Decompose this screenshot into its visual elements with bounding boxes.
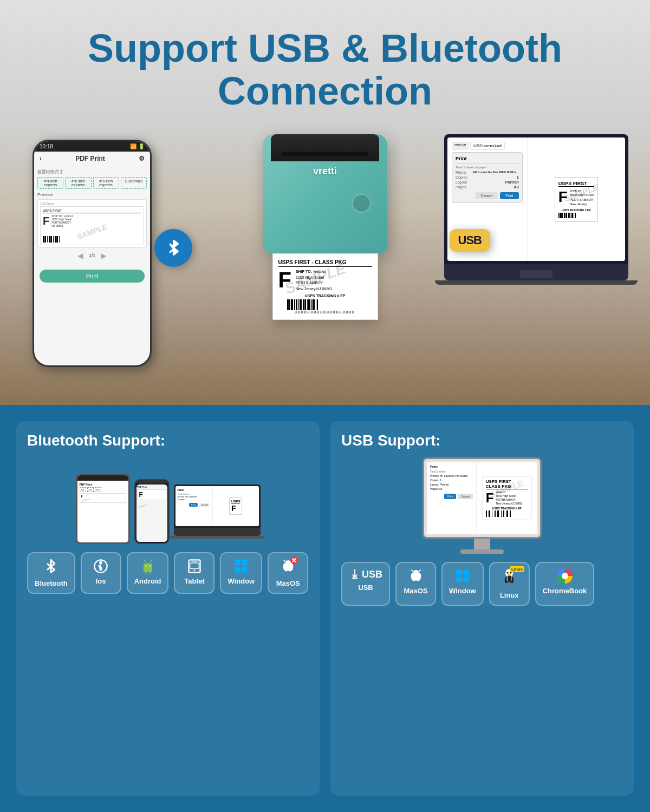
phone-pagination: ◀ 1/1 ▶ xyxy=(37,251,147,260)
usb-connection-badge: USB xyxy=(450,229,490,252)
label-header-small: USPS FIRST xyxy=(43,209,141,213)
page-title: Support USB & Bluetooth Connection xyxy=(11,27,639,113)
ios-badge-icon xyxy=(93,559,108,574)
size-option-customize[interactable]: Customize xyxy=(121,177,147,189)
phone-titlebar: ‹ PDF Print ⚙ xyxy=(34,152,150,166)
linux-badge-text: Linux xyxy=(510,566,524,572)
monitor-cancel-btn[interactable]: Cancel xyxy=(458,494,473,499)
print-dialog-box: Print Total 1 sheet of paper Printer HP … xyxy=(452,152,523,203)
bluetooth-icon xyxy=(165,239,181,258)
barcode-container: 8888888888888888888 xyxy=(278,299,372,314)
monitor-dialog-btns: Print Cancel xyxy=(430,494,473,499)
phone-settings-icon[interactable]: ⚙ xyxy=(139,155,145,162)
svg-rect-28 xyxy=(463,577,469,583)
phone-signal: 📶 🔋 xyxy=(130,143,145,149)
phone-back-icon[interactable]: ‹ xyxy=(40,155,42,162)
monitor-label-preview: USPS FIRST - CLASS PKG F vretti.cn 1000 … xyxy=(483,476,531,520)
layout-value: Portrait xyxy=(505,180,519,184)
dimension-label: 101.6mm xyxy=(40,202,144,205)
browser-tab-1[interactable]: vretti.cn xyxy=(452,142,469,150)
monitor-left-panel: Print Total 1 sheet Printer: HP LaserJet… xyxy=(427,462,477,534)
badge-chrome: ChromeBook xyxy=(535,562,595,606)
label-f-letter: F xyxy=(43,215,49,227)
laptop-keyboard xyxy=(444,264,628,280)
title-line1: Support USB & Bluetooth xyxy=(88,27,562,70)
printer-top xyxy=(271,134,379,161)
usb-desktop-preview: Print Total 1 sheet Printer: HP LaserJet… xyxy=(341,457,623,554)
printer-body: vretti xyxy=(263,134,387,253)
mini-tablet-device: PDF Print 4*4 4*6 4*8 F SAMPLE xyxy=(76,474,130,544)
badge-macos-no: MasOS xyxy=(268,552,308,594)
linux-icon-container: Linux xyxy=(502,568,517,588)
laptop-mockup: vretti.cn S/前往.sample1.pdf Print Total 1… xyxy=(444,134,628,285)
copies-value: 1 xyxy=(517,175,519,179)
barcode-numbers: 8888888888888888888 xyxy=(295,310,355,314)
phone-mockup: 10:18 📶 🔋 ‹ PDF Print ⚙ 设置纸张尺寸 4*4 inch … xyxy=(32,140,152,367)
laptop-tracking: USPS TRACKING # EP xyxy=(558,208,594,212)
printer-button[interactable] xyxy=(352,194,371,213)
phone-print-button[interactable]: Print xyxy=(40,270,145,283)
mini-phone-inner: PDF Print F SAMPLE xyxy=(136,484,167,542)
bluetooth-devices-preview: PDF Print 4*4 4*6 4*8 F SAMPLE xyxy=(27,457,309,544)
window-usb-badge-label: Window xyxy=(449,587,476,595)
monitor-print-btn[interactable]: Print xyxy=(444,494,456,499)
svg-line-13 xyxy=(150,561,151,562)
label-f-row: F SHIP TO: vretti.cn 1000 High Street PE… xyxy=(43,214,141,227)
svg-rect-20 xyxy=(235,567,241,573)
barcode-lines xyxy=(287,299,363,310)
laptop-base xyxy=(435,280,638,285)
phone-statusbar: 10:18 📶 🔋 xyxy=(34,141,150,152)
size-option-1[interactable]: 4*4 inch express xyxy=(37,177,63,189)
printer-mockup: vretti USPS FIRST - CLASS PKG F SHIP TO:… xyxy=(263,134,387,320)
svg-rect-27 xyxy=(456,577,462,583)
macos-badge-label: MasOS xyxy=(404,587,427,595)
layout-row: Layout Portrait xyxy=(456,180,519,184)
badge-window: Window xyxy=(220,552,262,594)
android-badge-icon xyxy=(140,559,155,574)
layout-label: Layout xyxy=(456,180,467,184)
usb-text: USB xyxy=(362,569,382,580)
browser-tab-2[interactable]: S/前往.sample1.pdf xyxy=(470,142,505,150)
cross-icon xyxy=(291,558,297,563)
svg-rect-26 xyxy=(463,570,469,576)
monitor-base xyxy=(460,549,504,554)
macos-no-badge-label: MasOS xyxy=(276,579,300,587)
svg-point-10 xyxy=(145,566,146,567)
print-dialog-title: Print xyxy=(456,156,519,163)
apple-macos-icon xyxy=(408,568,424,584)
phone-preview-label: Preview xyxy=(37,192,147,197)
size-option-2[interactable]: 4*6 inch express xyxy=(65,177,91,189)
printer-slot xyxy=(282,152,368,156)
cancel-button[interactable]: Cancel xyxy=(475,192,498,199)
svg-rect-25 xyxy=(456,570,462,576)
svg-rect-17 xyxy=(190,564,199,569)
svg-rect-21 xyxy=(242,567,248,573)
svg-rect-18 xyxy=(235,560,241,566)
mini-tablet-content: PDF Print 4*4 4*6 4*8 F SAMPLE xyxy=(77,481,128,542)
svg-line-12 xyxy=(144,561,145,562)
pages-row: Pages All xyxy=(456,185,519,189)
cross-badge xyxy=(290,556,298,564)
printer-row: Printer HP LaserJet Pro MFP M28m... xyxy=(456,171,519,174)
tablet-badge-label: Tablet xyxy=(184,577,204,585)
mini-laptop-screen: Print Total 1 sheet Printer: HP LaserJet… xyxy=(174,484,261,528)
laptop-label-preview: USPS FIRST F vretti.cn 1000 High Street … xyxy=(555,177,598,222)
usb-support-card: USB Support: Print Total 1 sheet Printer… xyxy=(330,421,634,796)
svg-point-30 xyxy=(507,572,509,574)
bluetooth-badge-icon xyxy=(43,559,58,576)
label-output: USPS FIRST - CLASS PKG F SHIP TO: vretti… xyxy=(272,253,378,320)
prev-icon[interactable]: ◀ xyxy=(77,251,83,260)
phone-screen: 10:18 📶 🔋 ‹ PDF Print ⚙ 设置纸张尺寸 4*4 inch … xyxy=(34,141,150,365)
badge-ios: Ios xyxy=(81,552,121,594)
mini-monitor-screen: Print Total 1 sheet Printer: HP LaserJet… xyxy=(427,462,537,534)
badge-usb: USB USB xyxy=(341,562,390,606)
next-icon[interactable]: ▶ xyxy=(101,251,107,260)
window-badge-label: Window xyxy=(227,577,255,585)
window-badge-icon xyxy=(233,559,249,574)
copies-row: Copies 1 xyxy=(456,175,519,179)
size-option-3[interactable]: 4*8 inch express xyxy=(93,177,119,189)
print-button[interactable]: Print xyxy=(500,192,518,199)
phone-size-options: 4*4 inch express 4*6 inch express 4*8 in… xyxy=(37,177,147,189)
phone-time: 10:18 xyxy=(40,143,53,149)
badge-window-usb: Window xyxy=(441,562,484,606)
